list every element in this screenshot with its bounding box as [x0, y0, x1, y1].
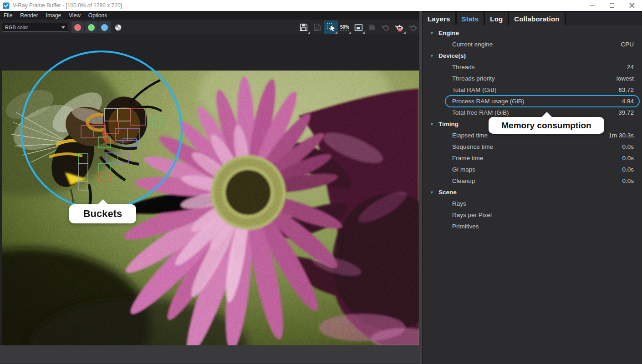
mono-channel-button[interactable] [112, 21, 124, 33]
teapot-icon [381, 22, 391, 33]
channel-select-value: RGB color [5, 25, 28, 30]
stats-group-label: Timing [438, 121, 459, 127]
red-channel-button[interactable] [71, 21, 84, 33]
menu-bar: FileRenderImageViewOptions [0, 11, 419, 20]
stats-value: 0.0s [622, 177, 634, 184]
memory-callout-label: Memory consumption [501, 121, 591, 131]
stats-label: Elapsed time [452, 132, 488, 139]
stats-row-process-ram-usage-gib-: Process RAM usage (GiB)4.94 [423, 96, 642, 107]
right-panel: LayersStatsLogCollaboration ▼EngineCurre… [423, 11, 642, 364]
stats-group-label: Scene [438, 189, 457, 196]
green-channel-icon [88, 24, 95, 31]
stats-value: 24 [627, 64, 634, 71]
stats-row-threads: Threads24 [423, 61, 642, 73]
stats-label: Frame time [452, 155, 483, 162]
stats-value: 0.0s [622, 143, 634, 150]
collapse-arrow-icon[interactable]: ▼ [430, 190, 437, 195]
stats-value: 4.94 [622, 98, 634, 105]
tab-log[interactable]: Log [485, 12, 508, 25]
render-history-button[interactable] [406, 20, 420, 34]
stats-row-frame-time: Frame time0.0s [423, 152, 642, 164]
mono-channel-icon [114, 23, 122, 32]
collapse-arrow-icon[interactable]: ▼ [430, 122, 437, 126]
collapse-arrow-icon[interactable]: ▼ [430, 31, 437, 35]
shape-ghost-icon [367, 22, 377, 32]
stats-row-rays-per-pixel: Rays per Pixel [423, 209, 642, 221]
stats-label: GI maps [452, 166, 475, 173]
render-last-button[interactable] [392, 20, 406, 34]
menu-item-file[interactable]: File [4, 12, 12, 19]
menu-item-image[interactable]: Image [46, 12, 61, 19]
menu-item-render[interactable]: Render [20, 12, 38, 19]
track-mouse-icon [326, 22, 336, 33]
maximize-icon [610, 3, 614, 8]
stats-group-scene[interactable]: ▼Scene [423, 187, 642, 198]
stats-value: 63.72 [618, 86, 634, 93]
canvas-bottom-strip [0, 345, 419, 364]
tab-collaboration[interactable]: Collaboration [509, 12, 564, 25]
teapot-history-icon [408, 22, 418, 33]
dropdown-caret-icon [61, 26, 65, 29]
stats-label: Threads priority [452, 75, 495, 82]
memory-callout: Memory consumption [489, 117, 604, 134]
stats-value: 0.0s [622, 166, 634, 173]
pane-divider[interactable] [419, 11, 423, 364]
stats-row-primitives: Primitives [423, 221, 642, 232]
blue-channel-icon [101, 24, 108, 31]
vray-frame-buffer-window: V-Ray Frame Buffer - [100.0% of 1280 x 7… [0, 0, 642, 364]
vray-logo-icon [3, 2, 10, 9]
stats-value: CPU [621, 41, 634, 48]
save-icon [299, 22, 309, 32]
buckets-callout-label: Buckets [83, 208, 122, 220]
blue-channel-button[interactable] [98, 21, 111, 33]
minimize-icon [590, 5, 595, 6]
stats-label: Threads [452, 64, 475, 71]
stats-value: lowest [617, 75, 634, 82]
maximize-button[interactable] [602, 0, 622, 11]
close-icon [629, 3, 635, 8]
stats-group-label: Engine [438, 30, 459, 36]
stats-value: 39.72 [618, 109, 634, 116]
close-button[interactable] [622, 0, 642, 11]
stats-label: Rays per Pixel [452, 212, 492, 218]
stats-row-current-engine: Current engineCPU [423, 39, 642, 50]
stats-label: Current engine [452, 41, 493, 48]
teapot-render-icon [394, 22, 405, 33]
stats-row-gi-maps: GI maps0.0s [423, 164, 642, 175]
green-channel-button[interactable] [85, 21, 97, 33]
stats-row-sequence-time: Sequence time0.0s [423, 141, 642, 152]
track-mouse-button[interactable] [324, 20, 338, 34]
left-pane: FileRenderImageViewOptions RGB color [0, 11, 419, 364]
stats-value: 1m 30.3s [608, 132, 634, 139]
stats-group-device-s-[interactable]: ▼Device(s) [423, 50, 642, 61]
menu-item-options[interactable]: Options [88, 12, 107, 19]
stats-row-threads-priority: Threads prioritylowest [423, 73, 642, 84]
tab-stats[interactable]: Stats [457, 12, 484, 25]
render-image[interactable] [2, 71, 419, 345]
test-resolution-button[interactable]: 50% [338, 20, 352, 34]
minimize-button[interactable] [582, 0, 602, 11]
stats-group-label: Device(s) [438, 52, 466, 59]
red-channel-icon [74, 24, 81, 31]
render-canvas: Buckets [0, 35, 419, 364]
save-image-button[interactable] [297, 20, 311, 34]
stats-value: 0.0s [622, 155, 634, 162]
stats-label: Rays [452, 200, 466, 207]
stats-label: Process RAM usage (GiB) [452, 98, 524, 105]
menu-item-view[interactable]: View [69, 12, 81, 19]
tab-layers[interactable]: Layers [423, 12, 455, 25]
region-render-button[interactable] [352, 20, 365, 34]
region-follow-button[interactable] [365, 20, 379, 34]
stats-row-total-ram-gib-: Total RAM (GiB)63.72 [423, 84, 642, 96]
title-bar: V-Ray Frame Buffer - [100.0% of 1280 x 7… [0, 0, 642, 11]
stats-label: Primitives [452, 223, 479, 230]
stats-label: Total RAM (GiB) [452, 86, 497, 93]
image-file-icon [312, 22, 322, 32]
channel-select-dropdown[interactable]: RGB color [2, 23, 68, 32]
stats-label: Cleanup [452, 177, 475, 184]
render-scene-button[interactable] [379, 20, 392, 34]
stats-group-engine[interactable]: ▼Engine [423, 27, 642, 39]
collapse-arrow-icon[interactable]: ▼ [430, 54, 437, 58]
stats-label: Sequence time [452, 143, 493, 150]
export-image-button[interactable] [311, 20, 324, 34]
